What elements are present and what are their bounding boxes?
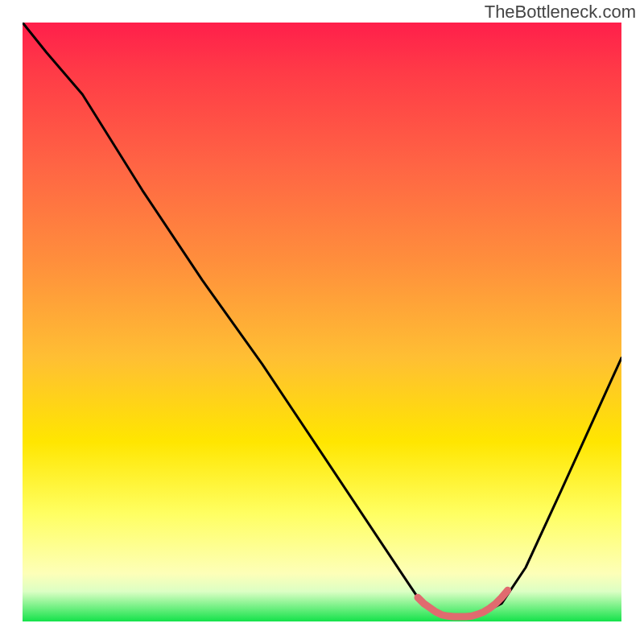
bottleneck-curve bbox=[23, 23, 621, 616]
chart-container: TheBottleneck.com bbox=[0, 0, 644, 644]
plot-overlay bbox=[23, 23, 621, 621]
plot-frame bbox=[23, 23, 621, 621]
watermark-text: TheBottleneck.com bbox=[485, 2, 636, 23]
highlight-segment bbox=[418, 590, 508, 617]
